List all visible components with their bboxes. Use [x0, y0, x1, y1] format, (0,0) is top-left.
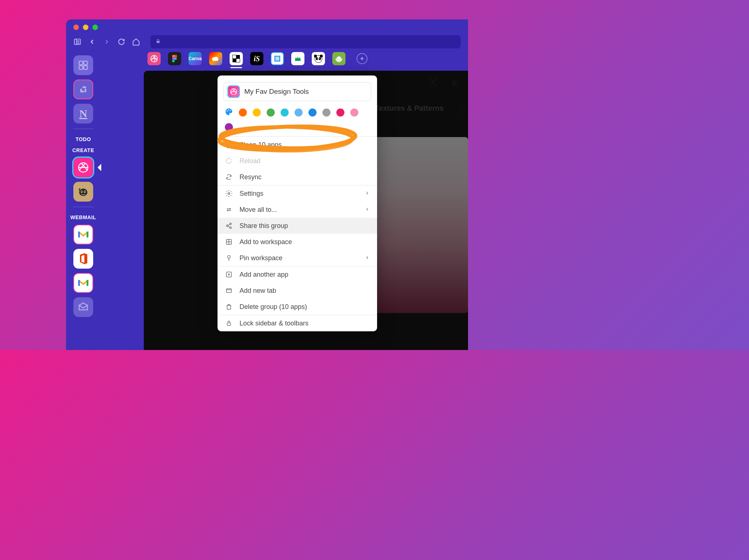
menu-label: Pin workspace: [240, 254, 282, 262]
svg-point-49: [226, 225, 228, 227]
menu-pin-workspace[interactable]: Pin workspace: [218, 250, 377, 266]
menu-sleep-apps[interactable]: Sleep 10 apps: [218, 137, 377, 153]
menu-share-group[interactable]: Share this group: [218, 218, 377, 234]
toolbar: [66, 34, 468, 52]
svg-point-56: [227, 255, 230, 258]
back-icon[interactable]: [88, 38, 96, 46]
menu-label: Add to workspace: [240, 238, 292, 246]
close-window-button[interactable]: [73, 25, 79, 30]
share-icon: [225, 222, 233, 230]
svg-rect-9: [236, 55, 240, 59]
svg-point-18: [317, 58, 318, 59]
sidebar-item-apps[interactable]: [73, 55, 93, 75]
svg-rect-29: [80, 91, 84, 93]
color-swatch-gray[interactable]: [322, 108, 330, 117]
tab-dribbble[interactable]: [147, 52, 161, 65]
browser-window: Canva iS N: [66, 19, 468, 350]
lock-icon: [156, 38, 161, 45]
svg-point-14: [314, 55, 317, 58]
menu-add-workspace[interactable]: Add to workspace: [218, 234, 377, 250]
group-name-field[interactable]: My Fav Design Tools: [223, 82, 371, 101]
trash-icon: [225, 303, 233, 311]
color-swatch-yellow[interactable]: [253, 108, 261, 117]
menu-label: Share this group: [240, 222, 288, 230]
color-swatch-lightblue[interactable]: [295, 108, 303, 117]
svg-rect-38: [78, 280, 80, 286]
svg-rect-63: [227, 323, 230, 325]
tab-app-crown[interactable]: [291, 52, 304, 65]
svg-rect-23: [84, 61, 87, 65]
sidebar-item-mail[interactable]: [73, 297, 93, 317]
color-swatch-lightpink[interactable]: [350, 108, 358, 117]
sidebar-divider: [73, 207, 94, 207]
svg-point-50: [230, 227, 231, 229]
minimize-window-button[interactable]: [83, 25, 88, 30]
forward-icon[interactable]: [103, 38, 111, 46]
svg-rect-39: [87, 280, 88, 286]
reload-icon[interactable]: [117, 38, 125, 46]
tab-app-panda[interactable]: [312, 52, 325, 65]
tab-app-blue[interactable]: [271, 52, 284, 65]
color-swatch-orange[interactable]: [239, 108, 247, 117]
menu-label: Settings: [240, 190, 263, 198]
menu-add-tab[interactable]: Add new tab: [218, 283, 377, 299]
svg-point-15: [320, 55, 323, 58]
add-app-icon: [225, 270, 233, 279]
menu-lock-sidebar[interactable]: Lock sidebar & toolbars: [218, 315, 377, 331]
color-swatch-teal[interactable]: [281, 108, 289, 117]
color-swatch-green[interactable]: [267, 108, 275, 117]
color-swatch-pink[interactable]: [336, 108, 344, 117]
svg-rect-24: [79, 66, 83, 69]
sidebar-item-notion[interactable]: N: [73, 104, 93, 124]
svg-rect-25: [84, 66, 87, 69]
svg-rect-37: [87, 232, 88, 237]
menu-label: Lock sidebar & toolbars: [240, 320, 308, 327]
menu-reload[interactable]: Reload: [218, 153, 377, 169]
sidebar-toggle-icon[interactable]: [73, 38, 81, 46]
svg-point-42: [227, 111, 228, 112]
group-context-menu: My Fav Design Tools Sleep 10 apps: [218, 75, 377, 331]
svg-line-51: [228, 224, 230, 225]
color-swatch-blue[interactable]: [308, 108, 317, 117]
menu-label: Add new tab: [240, 287, 276, 295]
tab-canva[interactable]: Canva: [189, 52, 202, 65]
sleep-icon: [225, 141, 233, 149]
menu-settings[interactable]: Settings: [218, 185, 377, 202]
tab-creative-cloud[interactable]: [209, 52, 222, 65]
svg-rect-22: [79, 61, 83, 65]
menu-label: Delete group (10 apps): [240, 303, 307, 311]
palette-icon: [225, 108, 233, 117]
maximize-window-button[interactable]: [92, 25, 98, 30]
svg-point-7: [174, 58, 177, 60]
sidebar-item-gmail-2[interactable]: [73, 273, 93, 293]
sidebar-item-mailchimp[interactable]: [73, 182, 93, 202]
dribbble-icon: [227, 85, 240, 98]
svg-rect-27: [83, 86, 87, 88]
sidebar-item-office[interactable]: [73, 249, 93, 269]
tab-istock[interactable]: iS: [250, 52, 263, 65]
menu-resync[interactable]: Resync: [218, 169, 377, 185]
sidebar: N TODO CREATE WEBMAIL: [68, 53, 98, 350]
tab-figma[interactable]: [168, 52, 181, 65]
menu-label: Sleep 10 apps: [240, 141, 282, 149]
sidebar-item-dribbble[interactable]: [73, 158, 93, 177]
color-picker-row: [218, 105, 377, 136]
menu-label: Move all to...: [240, 206, 277, 214]
menu-add-app[interactable]: Add another app: [218, 266, 377, 283]
svg-point-45: [228, 193, 230, 195]
tab-delicious[interactable]: [230, 52, 243, 65]
menu-move-all[interactable]: Move all to...: [218, 202, 377, 218]
svg-line-52: [228, 226, 230, 227]
tab-app-spiral[interactable]: [332, 52, 346, 65]
menu-delete-group[interactable]: Delete group (10 apps): [218, 299, 377, 315]
add-tab-button[interactable]: [357, 53, 368, 64]
home-icon[interactable]: [132, 38, 140, 46]
sidebar-item-slack[interactable]: [73, 80, 93, 99]
svg-point-16: [316, 57, 318, 60]
svg-point-44: [230, 110, 231, 111]
address-bar[interactable]: [150, 35, 461, 48]
gear-icon: [225, 189, 233, 198]
svg-point-33: [81, 191, 82, 192]
sidebar-item-gmail-1[interactable]: [73, 225, 93, 244]
color-swatch-purple[interactable]: [225, 123, 233, 131]
